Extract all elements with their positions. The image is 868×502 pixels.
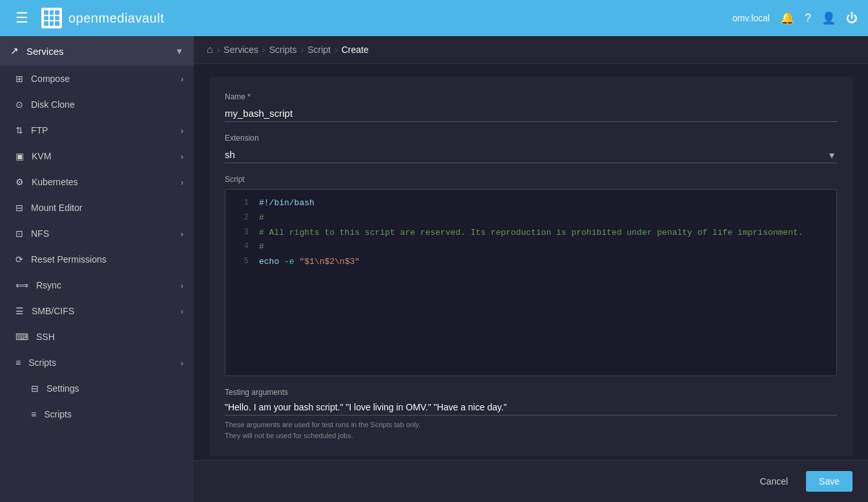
- sidebar-item-ssh[interactable]: ⌨ SSH: [0, 324, 194, 350]
- rsync-icon: ⟺: [16, 280, 28, 290]
- sidebar-item-label: Kubernetes: [32, 177, 78, 187]
- logo-icon: [41, 8, 62, 28]
- content-area: ⌂ › Services › Scripts › Script › Create…: [194, 36, 868, 502]
- scripts-icon: ≡: [16, 357, 21, 368]
- services-icon: ↗: [10, 45, 19, 57]
- compose-chevron: ›: [181, 74, 183, 84]
- testing-hint-line1: These arguments are used for test runs i…: [225, 419, 837, 430]
- sidebar-item-label: SMB/CIFS: [32, 306, 74, 316]
- sidebar-subitem-scripts[interactable]: ≡ Scripts: [0, 401, 194, 427]
- ssh-icon: ⌨: [16, 332, 28, 342]
- resetperms-icon: ⟳: [16, 254, 23, 265]
- menu-button[interactable]: ☰: [10, 7, 34, 29]
- smb-icon: ☰: [16, 306, 24, 316]
- mounteditor-icon: ⊟: [16, 203, 23, 213]
- sidebar-item-mounteditor[interactable]: ⊟ Mount Editor: [0, 195, 194, 221]
- kubernetes-chevron: ›: [181, 177, 183, 187]
- script-line-4: 4 #: [225, 240, 836, 255]
- logo: openmediavault: [41, 8, 164, 28]
- sidebar-section-label: Services: [26, 46, 64, 57]
- sidebar-item-rsync[interactable]: ⟺ Rsync ›: [0, 272, 194, 298]
- sidebar-item-kubernetes[interactable]: ⚙ Kubernetes ›: [0, 169, 194, 195]
- sidebar-item-scripts[interactable]: ≡ Scripts ›: [0, 350, 194, 376]
- sidebar-item-label: Scripts: [28, 357, 56, 368]
- power-icon[interactable]: ⏻: [846, 12, 858, 25]
- compose-icon: ⊞: [16, 74, 23, 84]
- script-editor[interactable]: 1 #!/bin/bash 2 # 3 # All rights to this…: [225, 189, 837, 376]
- sidebar-section-services[interactable]: ↗ Services ▼: [0, 36, 194, 66]
- name-field-group: Name *: [225, 92, 837, 122]
- topbar-right: omv.local 🔔 ? 👤 ⏻: [732, 11, 858, 25]
- smb-chevron: ›: [181, 306, 183, 316]
- sidebar-subitem-label: Scripts: [44, 409, 72, 419]
- breadcrumb-services[interactable]: Services: [223, 45, 258, 55]
- sidebar-item-label: Disk Clone: [31, 99, 75, 110]
- sidebar-item-label: Mount Editor: [31, 203, 82, 213]
- script-line-5: 5 echo -e "$1\n$2\n$3": [225, 255, 836, 270]
- name-label: Name *: [225, 92, 837, 101]
- main-layout: ↗ Services ▼ ⊞ Compose › ⊙ Disk Clone ⇅ …: [0, 36, 868, 502]
- sidebar-item-resetperms[interactable]: ⟳ Reset Permissions: [0, 246, 194, 272]
- sep1: ›: [217, 45, 220, 55]
- testing-label: Testing arguments: [225, 388, 837, 397]
- help-icon[interactable]: ?: [805, 12, 811, 25]
- sidebar: ↗ Services ▼ ⊞ Compose › ⊙ Disk Clone ⇅ …: [0, 36, 194, 502]
- extension-select-wrapper: sh bash py pl ▾: [225, 146, 837, 163]
- extension-label: Extension: [225, 134, 837, 143]
- script-label: Script: [225, 175, 837, 184]
- kubernetes-icon: ⚙: [16, 177, 24, 187]
- hostname: omv.local: [732, 13, 770, 23]
- sep2: ›: [262, 45, 265, 55]
- form-actions: Cancel Save: [194, 460, 868, 502]
- script-field-group: Script 1 #!/bin/bash 2 # 3 # All rights: [225, 175, 837, 376]
- sidebar-item-label: FTP: [31, 125, 48, 136]
- home-icon[interactable]: ⌂: [207, 44, 213, 55]
- sidebar-item-diskclone[interactable]: ⊙ Disk Clone: [0, 92, 194, 117]
- services-chevron: ▼: [175, 46, 183, 56]
- kvm-chevron: ›: [181, 152, 183, 161]
- testing-input[interactable]: [225, 399, 837, 416]
- sidebar-item-label: NFS: [31, 228, 49, 239]
- bell-icon[interactable]: 🔔: [780, 11, 794, 25]
- form-card: Name * Extension sh bash py pl ▾: [209, 77, 852, 456]
- sidebar-section-header-left: ↗ Services: [10, 45, 64, 57]
- nfs-chevron: ›: [181, 229, 183, 239]
- rsync-chevron: ›: [181, 281, 183, 290]
- kvm-icon: ▣: [16, 151, 24, 161]
- sep3: ›: [301, 45, 304, 55]
- testing-hint-line2: They will not be used for scheduled jobs…: [225, 430, 837, 441]
- sep4: ›: [335, 45, 338, 55]
- script-line-2: 2 #: [225, 211, 836, 226]
- script-line-1: 1 #!/bin/bash: [225, 196, 836, 211]
- breadcrumb-create: Create: [342, 45, 369, 55]
- cancel-button[interactable]: Cancel: [749, 471, 798, 492]
- form-area: Name * Extension sh bash py pl ▾: [194, 64, 868, 460]
- sidebar-item-compose[interactable]: ⊞ Compose ›: [0, 66, 194, 92]
- script-line-3: 3 # All rights to this script are reserv…: [225, 226, 836, 241]
- sidebar-item-nfs[interactable]: ⊡ NFS ›: [0, 221, 194, 246]
- sidebar-item-label: SSH: [36, 332, 55, 342]
- sidebar-item-label: Rsync: [36, 280, 61, 290]
- ftp-chevron: ›: [181, 126, 183, 136]
- sidebar-subitem-label: Settings: [46, 383, 79, 394]
- name-input[interactable]: [225, 105, 837, 122]
- topbar: ☰ openmediavault omv.local 🔔 ? 👤 ⏻: [0, 0, 868, 36]
- sidebar-item-label: Compose: [31, 74, 70, 84]
- breadcrumb-script[interactable]: Script: [307, 45, 331, 55]
- settings-icon: ⊟: [31, 383, 39, 394]
- save-button[interactable]: Save: [806, 471, 852, 492]
- sidebar-item-ftp[interactable]: ⇅ FTP ›: [0, 117, 194, 143]
- breadcrumb: ⌂ › Services › Scripts › Script › Create: [194, 36, 868, 64]
- user-icon[interactable]: 👤: [822, 11, 836, 25]
- extension-field-group: Extension sh bash py pl ▾: [225, 134, 837, 163]
- testing-hint: These arguments are used for test runs i…: [225, 419, 837, 441]
- diskclone-icon: ⊙: [16, 99, 23, 110]
- extension-select[interactable]: sh bash py pl: [225, 146, 837, 163]
- sidebar-item-kvm[interactable]: ▣ KVM ›: [0, 143, 194, 169]
- ftp-icon: ⇅: [16, 125, 23, 136]
- sidebar-item-smb[interactable]: ☰ SMB/CIFS ›: [0, 298, 194, 324]
- sidebar-subitem-settings[interactable]: ⊟ Settings: [0, 376, 194, 401]
- topbar-left: ☰ openmediavault: [10, 7, 164, 29]
- sidebar-item-label: KVM: [32, 151, 51, 161]
- breadcrumb-scripts[interactable]: Scripts: [269, 45, 297, 55]
